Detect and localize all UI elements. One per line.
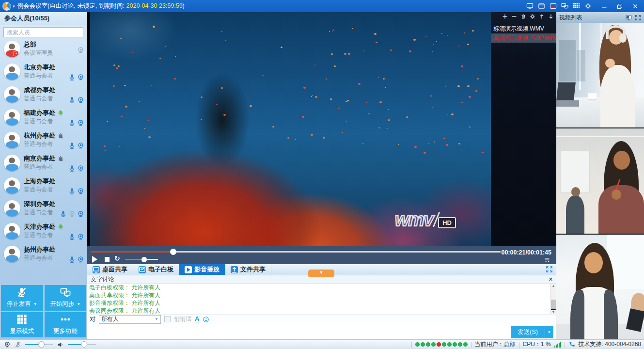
- action-button-4[interactable]: 更多功能: [45, 312, 87, 338]
- chat-input-area[interactable]: 发送(S) ▼: [87, 324, 556, 339]
- display-grid-icon[interactable]: [573, 2, 580, 10]
- mic-icon[interactable]: [68, 96, 76, 104]
- cam-disabled-icon[interactable]: [68, 210, 76, 218]
- mic-icon[interactable]: [68, 74, 76, 81]
- cam-icon[interactable]: [77, 142, 84, 149]
- mic-volume-slider[interactable]: [25, 341, 53, 348]
- monitor-small-icon[interactable]: [626, 15, 632, 21]
- seek-bar[interactable]: [91, 250, 501, 254]
- mic-icon[interactable]: [60, 210, 67, 218]
- speaker-volume-slider[interactable]: [68, 341, 96, 348]
- scroll-up-icon[interactable]: ▲: [550, 284, 556, 287]
- tab-桌面共享[interactable]: 桌面共享: [87, 264, 133, 275]
- scroll-thumb[interactable]: [551, 300, 556, 310]
- record-icon[interactable]: [550, 2, 557, 10]
- volume-handle[interactable]: [141, 257, 147, 262]
- send-options-caret[interactable]: ▼: [545, 326, 553, 338]
- video-frame[interactable]: wmv HD: [90, 12, 491, 246]
- screen-share-icon[interactable]: [526, 2, 534, 10]
- remove-icon[interactable]: [511, 14, 517, 19]
- settings-icon[interactable]: [530, 14, 535, 19]
- cam-icon[interactable]: [77, 119, 84, 127]
- minimize-button[interactable]: [597, 1, 611, 11]
- participant-row[interactable]: 南京办事处普通与会者: [0, 152, 87, 174]
- tab-影音播放[interactable]: 影音播放: [179, 264, 225, 275]
- search-input[interactable]: [3, 27, 83, 37]
- seek-handle[interactable]: [170, 249, 176, 255]
- expand-icon[interactable]: [546, 266, 553, 273]
- close-icon[interactable]: ✕: [549, 276, 553, 283]
- participant-name: 北京办事处: [24, 63, 55, 72]
- participant-row[interactable]: 福建办事处普通与会者: [0, 106, 87, 129]
- action-button-2[interactable]: 开始同步▼: [45, 285, 87, 311]
- chevron-down-icon[interactable]: ▼: [77, 302, 80, 306]
- cam-icon[interactable]: [77, 210, 84, 218]
- recipient-select[interactable]: 所有人 ▼: [99, 315, 161, 324]
- mic-muted-icon[interactable]: [15, 341, 21, 348]
- mic-icon[interactable]: [68, 188, 76, 195]
- play-button[interactable]: [92, 256, 97, 263]
- scroll-down-icon[interactable]: ▼: [550, 310, 556, 314]
- window-icon[interactable]: [538, 2, 545, 10]
- player-volume-slider[interactable]: [125, 257, 158, 262]
- cam-icon[interactable]: [77, 256, 84, 263]
- mic-icon[interactable]: [68, 256, 76, 263]
- cam-icon[interactable]: [77, 188, 84, 195]
- mic-icon[interactable]: [68, 165, 76, 172]
- stop-button[interactable]: [105, 257, 110, 262]
- whisper-checkbox[interactable]: [164, 316, 171, 322]
- participant-row[interactable]: 上海办事处普通与会者: [0, 174, 87, 197]
- participant-row[interactable]: 杭州办事处普通与会者: [0, 129, 87, 152]
- slider-handle[interactable]: [81, 341, 87, 348]
- replay-button[interactable]: ↻: [114, 254, 120, 262]
- playlist-icon[interactable]: [544, 257, 550, 263]
- playlist-item[interactable]: 高清演示视频-720P.wmv删除: [491, 33, 556, 43]
- expiry-time: 2020-04-30 23:59:59: [126, 2, 183, 9]
- move-down-icon[interactable]: [548, 14, 554, 19]
- participant-row[interactable]: 扬州办事处普通与会者: [0, 243, 87, 266]
- chat-scrollbar[interactable]: ▲ ▼: [550, 284, 556, 314]
- playlist-item[interactable]: 标清演示视频.WMV: [491, 24, 556, 33]
- chevron-down-icon[interactable]: ▼: [33, 302, 37, 306]
- cam-disabled-icon[interactable]: [77, 47, 84, 54]
- font-button[interactable]: A: [195, 316, 199, 322]
- chat-collapse-handle[interactable]: ▼: [308, 270, 334, 277]
- mic-icon[interactable]: [68, 233, 76, 240]
- webcam-video-2[interactable]: [556, 128, 644, 234]
- webcam-icon[interactable]: [4, 341, 11, 348]
- mic-icon[interactable]: [68, 119, 76, 127]
- person-body: [600, 65, 635, 129]
- restore-button[interactable]: [613, 1, 627, 11]
- participant-row[interactable]: 成都办事处普通与会者: [0, 83, 87, 106]
- search-icon[interactable]: [74, 29, 81, 36]
- cam-icon[interactable]: [77, 165, 84, 172]
- participant-row[interactable]: 天津办事处普通与会者: [0, 220, 87, 243]
- participant-row[interactable]: 深圳办事处普通与会者: [0, 197, 87, 220]
- sync-screens-icon[interactable]: [561, 2, 568, 10]
- send-button[interactable]: 发送(S): [511, 326, 545, 338]
- add-icon[interactable]: [502, 14, 508, 19]
- emoji-icon[interactable]: [203, 316, 209, 323]
- cam-icon[interactable]: [77, 74, 84, 81]
- webcam-video-3[interactable]: [556, 235, 644, 339]
- action-button-3[interactable]: 显示模式: [1, 312, 43, 338]
- speaker-icon[interactable]: [57, 341, 64, 348]
- titlebar: ▾ 例会会议室(自由讨论, 未锁定, 到期时间: 2020-04-30 23:5…: [0, 0, 644, 12]
- slider-handle[interactable]: [38, 341, 45, 348]
- expand-icon[interactable]: [635, 15, 641, 21]
- cam-icon[interactable]: [77, 96, 84, 104]
- participant-row[interactable]: ♦总部会议管理员: [0, 38, 87, 61]
- action-button-1[interactable]: 停止发言▼: [1, 285, 43, 311]
- settings-icon[interactable]: [584, 2, 592, 10]
- participant-row[interactable]: 北京办事处普通与会者: [0, 61, 87, 83]
- main-area: wmv HD 标清演示视频.WMV高清演示视频-720P.wmv删除 ↻: [87, 12, 556, 339]
- tab-文件共享[interactable]: 文件共享: [225, 264, 271, 275]
- move-up-icon[interactable]: [539, 14, 545, 19]
- delete-icon[interactable]: [520, 14, 526, 19]
- webcam-video-1[interactable]: [556, 23, 644, 128]
- cam-icon[interactable]: [77, 233, 84, 240]
- mic-icon[interactable]: [68, 142, 76, 149]
- close-button[interactable]: [628, 1, 642, 11]
- tab-电子白板[interactable]: 电子白板: [133, 264, 179, 275]
- chevron-down-icon[interactable]: ▾: [13, 4, 15, 9]
